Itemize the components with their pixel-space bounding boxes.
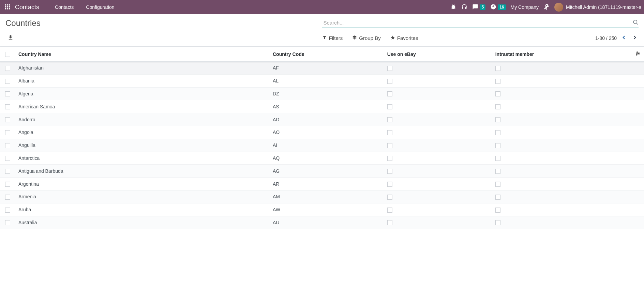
- table-row[interactable]: Antigua and BarbudaAG: [0, 165, 644, 178]
- nav-contacts[interactable]: Contacts: [49, 0, 80, 14]
- row-checkbox[interactable]: [5, 143, 10, 148]
- table-row[interactable]: AlgeriaDZ: [0, 87, 644, 100]
- messaging-button[interactable]: 5: [472, 4, 485, 11]
- row-checkbox[interactable]: [5, 195, 10, 200]
- intrastat-checkbox[interactable]: [495, 130, 500, 135]
- company-name: My Company: [511, 4, 539, 10]
- avatar: [554, 3, 563, 12]
- search-button[interactable]: [632, 19, 639, 26]
- column-header-intrastat[interactable]: Intrastat member: [492, 47, 632, 62]
- table-row[interactable]: ArgentinaAR: [0, 178, 644, 190]
- column-header-ebay[interactable]: Use on eBay: [384, 47, 492, 62]
- ebay-checkbox[interactable]: [387, 182, 392, 187]
- pager-text[interactable]: 1-80 / 250: [595, 35, 617, 41]
- row-checkbox[interactable]: [5, 91, 10, 96]
- row-checkbox[interactable]: [5, 117, 10, 122]
- app-title[interactable]: Contacts: [15, 4, 39, 11]
- svg-rect-1: [7, 4, 8, 5]
- activities-button[interactable]: 16: [490, 4, 506, 11]
- column-header-code[interactable]: Country Code: [269, 47, 384, 62]
- control-panel: Countries Filters: [0, 14, 644, 46]
- ebay-checkbox[interactable]: [387, 220, 392, 225]
- company-switcher[interactable]: My Company: [511, 4, 539, 10]
- cell-country-name: Aruba: [15, 203, 269, 216]
- filters-button[interactable]: Filters: [322, 35, 343, 41]
- pager-next-button[interactable]: [631, 34, 639, 42]
- ebay-checkbox[interactable]: [387, 91, 392, 96]
- pager-prev-button[interactable]: [620, 34, 628, 42]
- table-row[interactable]: AlbaniaAL: [0, 74, 644, 87]
- nav-configuration[interactable]: Configuration: [80, 0, 120, 14]
- ebay-checkbox[interactable]: [387, 143, 392, 148]
- column-header-name[interactable]: Country Name: [15, 47, 269, 62]
- table-row[interactable]: AnguillaAI: [0, 139, 644, 152]
- svg-rect-2: [9, 4, 10, 5]
- row-checkbox[interactable]: [5, 130, 10, 135]
- favorites-button[interactable]: Favorites: [390, 35, 418, 41]
- row-checkbox[interactable]: [5, 104, 10, 109]
- countries-table: Country Name Country Code Use on eBay In…: [0, 47, 644, 229]
- intrastat-checkbox[interactable]: [495, 169, 500, 174]
- table-row[interactable]: ArmeniaAM: [0, 190, 644, 203]
- ebay-checkbox[interactable]: [387, 117, 392, 122]
- intrastat-checkbox[interactable]: [495, 66, 500, 71]
- cell-ebay: [384, 87, 492, 100]
- table-row[interactable]: AndorraAD: [0, 113, 644, 126]
- ebay-checkbox[interactable]: [387, 195, 392, 200]
- developer-tools-button[interactable]: [543, 4, 550, 11]
- intrastat-checkbox[interactable]: [495, 117, 500, 122]
- row-checkbox[interactable]: [5, 169, 10, 174]
- messaging-badge: 5: [480, 4, 485, 10]
- cell-intrastat: [492, 74, 632, 87]
- cell-country-code: AG: [269, 165, 384, 178]
- cell-ebay: [384, 62, 492, 75]
- row-checkbox[interactable]: [5, 66, 10, 71]
- intrastat-checkbox[interactable]: [495, 79, 500, 84]
- intrastat-checkbox[interactable]: [495, 195, 500, 200]
- groupby-button[interactable]: Group By: [352, 35, 380, 41]
- ebay-checkbox[interactable]: [387, 156, 392, 161]
- intrastat-checkbox[interactable]: [495, 220, 500, 225]
- row-checkbox[interactable]: [5, 182, 10, 187]
- filters-label: Filters: [329, 35, 343, 41]
- cell-country-name: Andorra: [15, 113, 269, 126]
- ebay-checkbox[interactable]: [387, 66, 392, 71]
- row-checkbox[interactable]: [5, 208, 10, 213]
- cell-country-name: Anguilla: [15, 139, 269, 152]
- ebay-checkbox[interactable]: [387, 79, 392, 84]
- cell-country-name: Angola: [15, 126, 269, 139]
- search-input[interactable]: [322, 18, 639, 28]
- cell-country-code: AO: [269, 126, 384, 139]
- support-button[interactable]: [461, 4, 467, 11]
- apps-menu-button[interactable]: [3, 2, 12, 12]
- table-row[interactable]: American SamoaAS: [0, 100, 644, 113]
- export-button[interactable]: [5, 33, 16, 43]
- ebay-checkbox[interactable]: [387, 130, 392, 135]
- table-row[interactable]: ArubaAW: [0, 203, 644, 216]
- row-checkbox[interactable]: [5, 156, 10, 161]
- svg-rect-6: [5, 8, 6, 9]
- favorites-label: Favorites: [397, 35, 418, 41]
- row-checkbox[interactable]: [5, 220, 10, 225]
- table-row[interactable]: AustraliaAU: [0, 216, 644, 229]
- intrastat-checkbox[interactable]: [495, 104, 500, 109]
- debug-button[interactable]: [450, 4, 456, 11]
- select-all-checkbox[interactable]: [5, 52, 10, 57]
- ebay-checkbox[interactable]: [387, 169, 392, 174]
- intrastat-checkbox[interactable]: [495, 208, 500, 213]
- row-checkbox[interactable]: [5, 79, 10, 84]
- intrastat-checkbox[interactable]: [495, 156, 500, 161]
- intrastat-checkbox[interactable]: [495, 182, 500, 187]
- ebay-checkbox[interactable]: [387, 104, 392, 109]
- cell-country-name: Antarctica: [15, 152, 269, 165]
- table-row[interactable]: AfghanistanAF: [0, 62, 644, 75]
- intrastat-checkbox[interactable]: [495, 91, 500, 96]
- cell-intrastat: [492, 100, 632, 113]
- intrastat-checkbox[interactable]: [495, 143, 500, 148]
- user-menu[interactable]: Mitchell Admin (18711119-master-a: [554, 3, 641, 12]
- table-row[interactable]: AngolaAO: [0, 126, 644, 139]
- optional-columns-button[interactable]: [635, 52, 641, 57]
- cell-ebay: [384, 113, 492, 126]
- ebay-checkbox[interactable]: [387, 208, 392, 213]
- table-row[interactable]: AntarcticaAQ: [0, 152, 644, 165]
